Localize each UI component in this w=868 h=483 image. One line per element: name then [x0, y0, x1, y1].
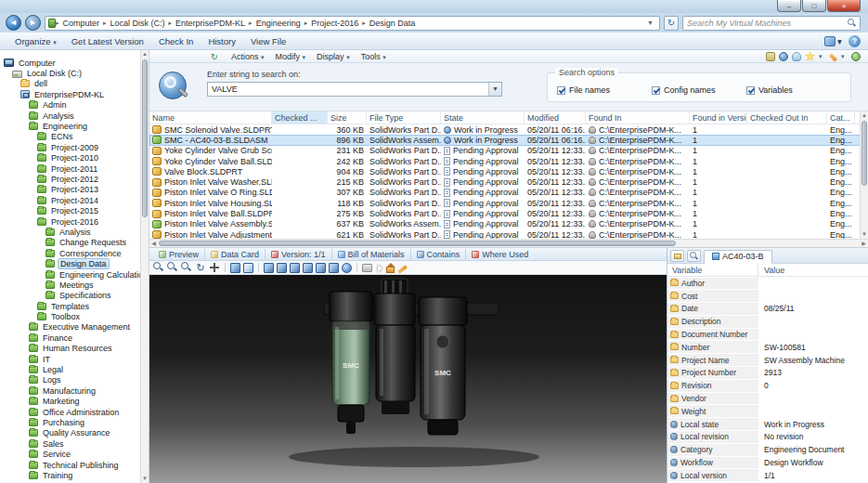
breadcrumb-item[interactable]: Engineering: [253, 19, 304, 28]
tree-scroll-thumb[interactable]: [142, 59, 148, 217]
checkbox[interactable]: [557, 86, 565, 95]
orb-icon[interactable]: [779, 52, 788, 61]
pan-icon[interactable]: [209, 262, 220, 273]
star-icon[interactable]: [805, 51, 815, 61]
card-preview-button[interactable]: [687, 250, 701, 262]
close-button[interactable]: ×: [827, 0, 861, 12]
table-row[interactable]: Piston Inlet Valve Assembly.Sl...637 KBS…: [149, 219, 868, 229]
breadcrumb-item[interactable]: Project-2016: [307, 19, 362, 28]
variable-row[interactable]: Vendor: [667, 392, 868, 405]
variable-row[interactable]: Cost: [667, 290, 868, 303]
variable-row[interactable]: Project Number2913: [667, 367, 868, 380]
breadcrumb[interactable]: ▸Computer▸Local Disk (C:)▸EnterprisePDM-…: [45, 16, 660, 31]
column-header-type[interactable]: File Type: [367, 111, 441, 124]
tree-item-logs[interactable]: Logs: [0, 375, 140, 385]
tab-version-1-1[interactable]: Version: 1/1: [266, 249, 332, 259]
toolbar-item-view-file[interactable]: View File: [243, 34, 293, 48]
variable-column-header[interactable]: Variable: [667, 264, 758, 276]
tree-item-sales[interactable]: Sales: [0, 438, 140, 449]
column-header-found_in_version[interactable]: Found in Version: [690, 111, 747, 124]
tree-item-ecns[interactable]: ECNs: [0, 132, 140, 142]
zoom-area-icon[interactable]: [181, 262, 192, 273]
caret-icon[interactable]: ▾: [819, 52, 825, 61]
view-left-icon[interactable]: [290, 263, 300, 273]
configuration-tab[interactable]: AC40-03-B: [704, 250, 772, 264]
scroll-down-icon[interactable]: ▼: [861, 230, 868, 239]
rotate-view-icon[interactable]: ↻: [195, 262, 206, 273]
variable-row[interactable]: Local stateWork in Progress: [667, 418, 868, 431]
3d-viewport[interactable]: SMC SMC: [149, 275, 667, 483]
tree-item-technical-publishing[interactable]: Technical Publishing: [0, 460, 140, 470]
toolbar-item-check-in[interactable]: Check In: [151, 34, 201, 48]
variable-row[interactable]: Document Number: [667, 328, 868, 341]
zoom-out-icon[interactable]: [167, 262, 178, 273]
scroll-left-icon[interactable]: ◀: [149, 240, 158, 247]
zoom-in-icon[interactable]: [153, 262, 164, 273]
toolbar-item-get-latest-version[interactable]: Get Latest Version: [64, 34, 151, 48]
tree-item-project-2016[interactable]: Project-2016: [0, 216, 140, 227]
help-button[interactable]: ?: [849, 35, 861, 47]
tree-item-finance[interactable]: Finance: [0, 333, 140, 343]
shaded-mode-icon[interactable]: [230, 263, 240, 273]
tree-item-toolbox[interactable]: Toolbox: [0, 311, 140, 321]
column-header-state[interactable]: State: [441, 111, 525, 124]
table-row[interactable]: SMC Solenoid Valve.SLDPRT360 KBSolidWork…: [149, 124, 868, 135]
tree-scrollbar[interactable]: ▲ ▼: [140, 50, 149, 483]
table-row[interactable]: Piston Inlet Valve O Ring.SLDPRT307 KBSo…: [149, 188, 868, 198]
vscroll-thumb[interactable]: [862, 121, 867, 186]
tree-item-legal[interactable]: Legal: [0, 364, 140, 374]
minimize-button[interactable]: –: [777, 0, 801, 12]
vertical-scrollbar[interactable]: ▲ ▼: [860, 111, 868, 239]
variable-row[interactable]: Local revisionNo revision: [667, 431, 868, 444]
shaded-sphere-icon[interactable]: [342, 263, 352, 273]
breadcrumb-item[interactable]: Design Data: [366, 19, 420, 28]
tree-item-change-requests[interactable]: Change Requests: [0, 238, 140, 248]
tab-data-card[interactable]: Data Card: [205, 249, 266, 259]
table-row[interactable]: Piston Inlet Valve Adjustment S...621 KB…: [149, 229, 868, 239]
variable-row[interactable]: Description: [667, 315, 868, 328]
tree-item-quality-assurance[interactable]: Quality Assurance: [0, 428, 140, 438]
card-view-button[interactable]: [670, 250, 684, 262]
tree-item-manufacturing[interactable]: Manufacturing: [0, 385, 140, 396]
refresh-button[interactable]: ↻: [664, 16, 679, 31]
tree-item-executive-management[interactable]: Executive Management: [0, 322, 140, 333]
maximize-button[interactable]: □: [802, 0, 826, 12]
tree-item-it[interactable]: IT: [0, 354, 140, 364]
tree-item-marketing[interactable]: Marketing: [0, 397, 140, 407]
scroll-up-icon[interactable]: ▲: [861, 111, 868, 120]
column-header-size[interactable]: Size: [328, 111, 367, 124]
view-back-icon[interactable]: [277, 263, 287, 273]
tree-item-purchasing[interactable]: Purchasing: [0, 417, 140, 427]
hscroll-thumb[interactable]: [159, 241, 676, 246]
search-string-combobox[interactable]: VALVE ▼: [207, 82, 502, 97]
tree-item-project-2014[interactable]: Project-2014: [0, 195, 140, 205]
table-row[interactable]: SMC - AC40-03-B.SLDASM896 KBSolidWorks A…: [149, 135, 868, 145]
tree-item-meetings[interactable]: Meetings: [0, 280, 140, 290]
breadcrumb-item[interactable]: EnterprisePDM-KL: [172, 19, 249, 28]
variable-row[interactable]: Date08/25/11: [667, 303, 868, 316]
view-right-icon[interactable]: [303, 263, 313, 273]
column-header-found_in[interactable]: Found In: [586, 111, 690, 124]
view-isometric-icon[interactable]: [329, 263, 339, 273]
tree-item-engineering-calculation[interactable]: Engineering Calculation: [0, 269, 140, 280]
view-top-icon[interactable]: [316, 263, 326, 273]
tree-item-project-2011[interactable]: Project-2011: [0, 163, 140, 174]
combo-dropdown-icon[interactable]: ▼: [488, 83, 501, 96]
refresh-icon[interactable]: ↻: [211, 52, 221, 61]
print-icon[interactable]: [362, 264, 372, 272]
scroll-right-icon[interactable]: ▶: [860, 240, 868, 247]
table-row[interactable]: Valve Block.SLDPRT904 KBSolidWorks Part …: [149, 166, 868, 176]
variable-row[interactable]: Weight: [667, 405, 868, 418]
variable-row[interactable]: CategoryEngineering Document: [667, 443, 868, 456]
variable-row[interactable]: Revision0: [667, 379, 868, 392]
tree-item-training[interactable]: Training: [0, 470, 140, 480]
variable-row[interactable]: Project NameSW Assembly Machine: [667, 354, 868, 367]
menu-tools[interactable]: Tools ▾: [356, 51, 392, 62]
markup-icon[interactable]: [397, 265, 408, 274]
scroll-up-icon[interactable]: ▲: [141, 50, 149, 59]
tab-bill-of-materials[interactable]: Bill of Materials: [332, 249, 411, 259]
tab-preview[interactable]: Preview: [153, 249, 205, 259]
tree-item-engineering[interactable]: Engineering: [0, 121, 140, 131]
value-column-header[interactable]: Value: [758, 266, 868, 275]
menu-modify[interactable]: Modify ▾: [270, 51, 312, 62]
